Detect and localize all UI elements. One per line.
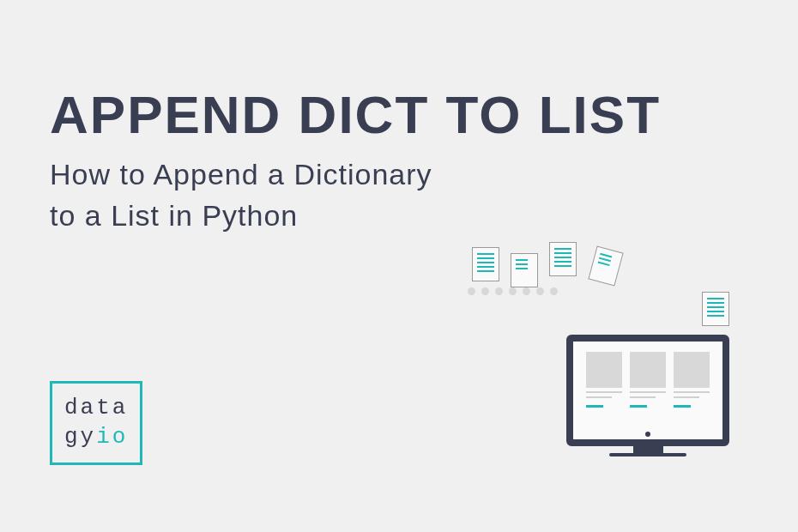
logo-row-2: gy io [64, 423, 128, 452]
logo-row-1: data [64, 394, 128, 423]
logo-text-gy: gy [64, 423, 96, 452]
subtitle: How to Append a Dictionary to a List in … [50, 154, 432, 236]
main-title: APPEND DICT TO LIST [50, 84, 661, 145]
computer-illustration [438, 240, 747, 481]
document-icon [549, 242, 577, 276]
monitor-icon [566, 335, 729, 472]
document-icon [588, 246, 623, 287]
document-icon [472, 247, 499, 281]
subtitle-line-1: How to Append a Dictionary [50, 154, 432, 196]
subtitle-line-2: to a List in Python [50, 196, 432, 237]
document-icon [702, 292, 729, 326]
logo-text-io: io [96, 423, 128, 452]
decorative-dots [468, 287, 558, 295]
document-icon [511, 253, 538, 287]
cover-image: APPEND DICT TO LIST How to Append a Dict… [0, 0, 798, 532]
datagy-logo: data gy io [50, 381, 142, 465]
